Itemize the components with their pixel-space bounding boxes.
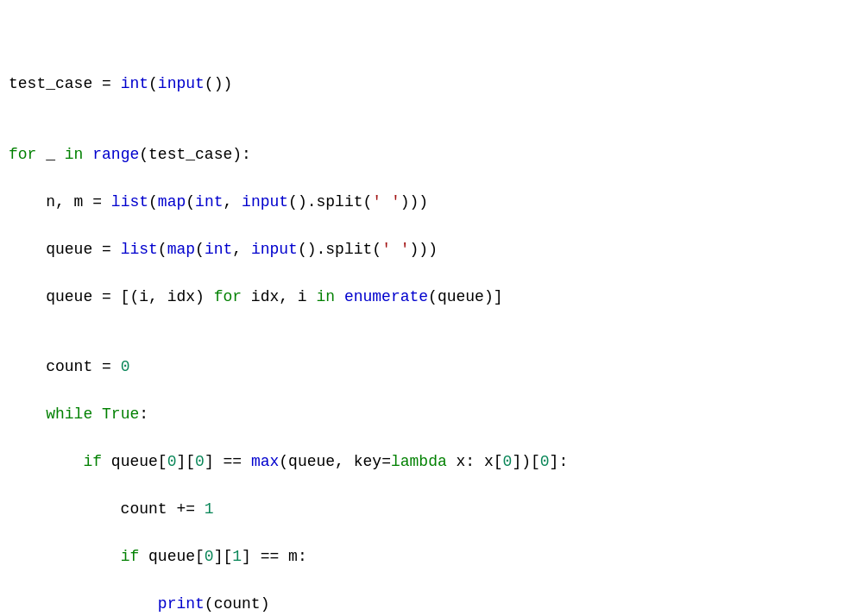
code-block: test_case = int(input()) for _ in range(…	[9, 17, 854, 616]
line-11: count += 1	[9, 498, 854, 522]
line-3: for _ in range(test_case):	[9, 143, 854, 167]
line-12: if queue[0][1] == m:	[9, 545, 854, 569]
line-6: queue = [(i, idx) for idx, i in enumerat…	[9, 286, 854, 310]
line-13: print(count)	[9, 593, 854, 616]
line-4: n, m = list(map(int, input().split(' '))…	[9, 191, 854, 215]
line-5: queue = list(map(int, input().split(' ')…	[9, 238, 854, 262]
line-8: count = 0	[9, 355, 854, 380]
line-10: if queue[0][0] == max(queue, key=lambda …	[9, 450, 854, 475]
line-1: test_case = int(input())	[9, 72, 854, 97]
line-9: while True:	[9, 403, 854, 427]
